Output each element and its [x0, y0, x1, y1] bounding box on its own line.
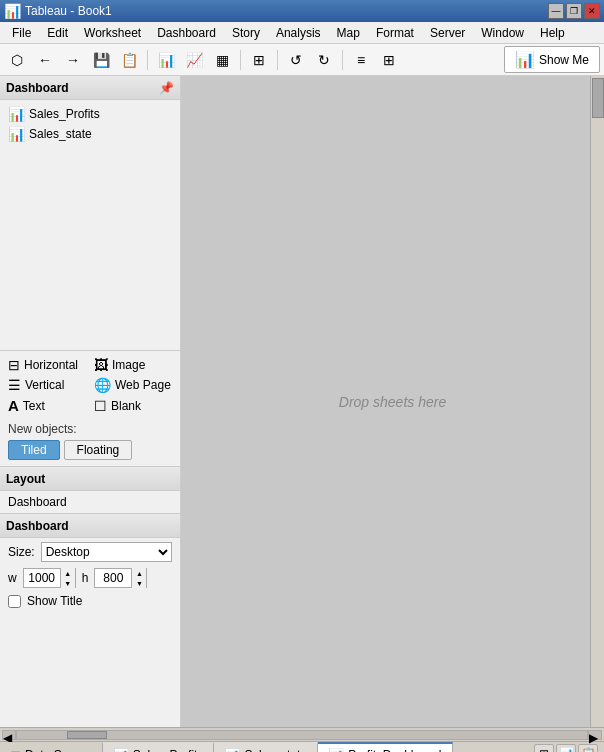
h-scroll-thumb[interactable]	[67, 731, 107, 739]
menu-edit[interactable]: Edit	[39, 24, 76, 42]
show-title-row: Show Title	[0, 590, 180, 612]
dashboard-settings: Dashboard Size: Desktop w ▲ ▼ h	[0, 513, 180, 612]
object-text[interactable]: A Text	[8, 397, 86, 414]
tab-profit-dashboard[interactable]: 📊 Profit_Dashboard	[318, 742, 452, 752]
toolbar-chart2-btn[interactable]: 📈	[181, 47, 207, 73]
object-webpage[interactable]: 🌐 Web Page	[94, 377, 172, 393]
size-label: Size:	[8, 545, 35, 559]
toolbar-filter-btn[interactable]: ≡	[348, 47, 374, 73]
object-blank[interactable]: ☐ Blank	[94, 397, 172, 414]
size-row: Size: Desktop	[0, 538, 180, 566]
width-value[interactable]	[24, 571, 60, 585]
tab-add-buttons: ⊞ 📊 📋	[528, 742, 604, 752]
toolbar-save-btn[interactable]: 💾	[88, 47, 114, 73]
toolbar-forward-btn[interactable]: →	[60, 47, 86, 73]
minimize-button[interactable]: —	[548, 3, 564, 19]
tab-sales-state-label: Sales_state	[244, 748, 307, 752]
layout-content: Dashboard	[0, 491, 180, 513]
restore-button[interactable]: ❐	[566, 3, 582, 19]
show-title-checkbox[interactable]	[8, 595, 21, 608]
sheet-item-sales-state[interactable]: 📊 Sales_state	[0, 124, 180, 144]
sheet-label-sales-profits: Sales_Profits	[29, 107, 100, 121]
menu-map[interactable]: Map	[329, 24, 368, 42]
show-me-chart-icon: 📊	[515, 50, 535, 69]
add-story-button[interactable]: 📋	[578, 744, 598, 752]
object-text-label: Text	[23, 399, 45, 413]
webpage-icon: 🌐	[94, 377, 111, 393]
sheets-list: 📊 Sales_Profits 📊 Sales_state	[0, 100, 180, 350]
tab-profit-dashboard-icon: 📊	[328, 748, 344, 753]
height-down-button[interactable]: ▼	[132, 578, 146, 588]
show-me-button[interactable]: 📊 Show Me	[504, 46, 600, 73]
toolbar-chart1-btn[interactable]: 📊	[153, 47, 179, 73]
new-objects-label: New objects:	[8, 422, 172, 436]
canvas-area[interactable]: Drop sheets here	[181, 76, 604, 727]
toolbar-refresh-btn[interactable]: ↺	[283, 47, 309, 73]
pin-icon[interactable]: 📌	[159, 81, 174, 95]
menu-dashboard[interactable]: Dashboard	[149, 24, 224, 42]
object-image[interactable]: 🖼 Image	[94, 357, 172, 373]
menu-analysis[interactable]: Analysis	[268, 24, 329, 42]
menu-window[interactable]: Window	[473, 24, 532, 42]
objects-section: ⊟ Horizontal 🖼 Image ☰ Vertical 🌐 Web Pa…	[0, 350, 180, 466]
menu-story[interactable]: Story	[224, 24, 268, 42]
object-blank-label: Blank	[111, 399, 141, 413]
object-image-label: Image	[112, 358, 145, 372]
width-up-button[interactable]: ▲	[61, 568, 75, 578]
object-horizontal-label: Horizontal	[24, 358, 78, 372]
scroll-left-btn[interactable]: ◀	[2, 730, 16, 740]
tab-datasource-label: Data Source	[25, 748, 92, 752]
object-horizontal[interactable]: ⊟ Horizontal	[8, 357, 86, 373]
add-sheet-button[interactable]: ⊞	[534, 744, 554, 752]
object-vertical-label: Vertical	[25, 378, 64, 392]
toolbar-sep-4	[342, 50, 343, 70]
vertical-scrollbar[interactable]	[590, 76, 604, 727]
height-up-button[interactable]: ▲	[132, 568, 146, 578]
width-down-button[interactable]: ▼	[61, 578, 75, 588]
scroll-right-btn[interactable]: ▶	[588, 730, 602, 740]
horizontal-scrollbar[interactable]	[16, 730, 588, 740]
scrollbar-thumb[interactable]	[592, 78, 604, 118]
menu-help[interactable]: Help	[532, 24, 573, 42]
toolbar-sep-2	[240, 50, 241, 70]
floating-button[interactable]: Floating	[64, 440, 133, 460]
menu-file[interactable]: File	[4, 24, 39, 42]
datasource-icon: ⊞	[10, 748, 21, 753]
layout-header-label: Layout	[6, 472, 45, 486]
width-input: ▲ ▼	[23, 568, 76, 588]
sheet-item-sales-profits[interactable]: 📊 Sales_Profits	[0, 104, 180, 124]
tab-sales-profits[interactable]: 📊 Sales_Profits	[103, 742, 215, 752]
add-dashboard-button[interactable]: 📊	[556, 744, 576, 752]
toolbar-more-btn[interactable]: ⊞	[246, 47, 272, 73]
toolbar-grid-btn[interactable]: ▦	[209, 47, 235, 73]
tab-data-source[interactable]: ⊞ Data Source	[0, 742, 103, 752]
window-title: Tableau - Book1	[25, 4, 112, 18]
tab-sales-profits-icon: 📊	[113, 748, 129, 753]
main-layout: Dashboard 📌 📊 Sales_Profits 📊 Sales_stat…	[0, 76, 604, 727]
toolbar: ⬡ ← → 💾 📋 📊 📈 ▦ ⊞ ↺ ↻ ≡ ⊞ 📊 Show Me	[0, 44, 604, 76]
size-select[interactable]: Desktop	[41, 542, 172, 562]
menu-format[interactable]: Format	[368, 24, 422, 42]
close-button[interactable]: ✕	[584, 3, 600, 19]
tiled-button[interactable]: Tiled	[8, 440, 60, 460]
sheet-icon-sales-state: 📊	[8, 126, 25, 142]
app-icon: 📊	[4, 3, 21, 19]
tab-sales-state-icon: 📊	[224, 748, 240, 753]
toolbar-sep-3	[277, 50, 278, 70]
height-value[interactable]	[95, 571, 131, 585]
tab-sales-state[interactable]: 📊 Sales_state	[214, 742, 318, 752]
toolbar-copy-btn[interactable]: 📋	[116, 47, 142, 73]
object-webpage-label: Web Page	[115, 378, 171, 392]
toolbar-group-btn[interactable]: ⊞	[376, 47, 402, 73]
object-vertical[interactable]: ☰ Vertical	[8, 377, 86, 393]
vertical-icon: ☰	[8, 377, 21, 393]
toolbar-back-btn[interactable]: ←	[32, 47, 58, 73]
menu-server[interactable]: Server	[422, 24, 473, 42]
width-label: w	[8, 571, 17, 585]
left-panel: Dashboard 📌 📊 Sales_Profits 📊 Sales_stat…	[0, 76, 181, 727]
image-icon: 🖼	[94, 357, 108, 373]
menu-worksheet[interactable]: Worksheet	[76, 24, 149, 42]
toolbar-new-btn[interactable]: ⬡	[4, 47, 30, 73]
toolbar-redo-btn[interactable]: ↻	[311, 47, 337, 73]
horizontal-scroll-area: ◀ ▶	[0, 727, 604, 741]
